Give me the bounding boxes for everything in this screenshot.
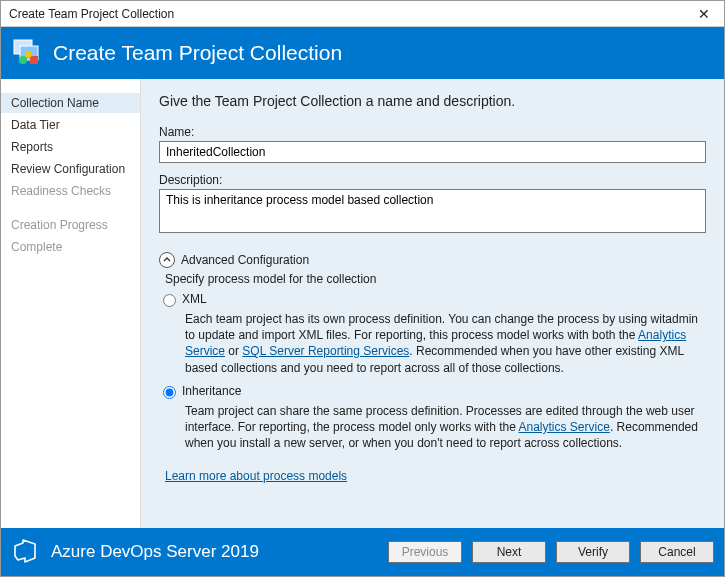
wizard-sidebar: Collection Name Data Tier Reports Review… bbox=[1, 79, 141, 528]
sidebar-item-reports[interactable]: Reports bbox=[1, 137, 140, 157]
close-icon[interactable]: ✕ bbox=[692, 6, 716, 22]
description-label: Description: bbox=[159, 173, 706, 187]
sidebar-item-data-tier[interactable]: Data Tier bbox=[1, 115, 140, 135]
verify-button[interactable]: Verify bbox=[556, 541, 630, 563]
name-label: Name: bbox=[159, 125, 706, 139]
wizard-body: Collection Name Data Tier Reports Review… bbox=[1, 79, 724, 528]
radio-inheritance-description: Team project can share the same process … bbox=[185, 403, 706, 452]
process-model-radio-group: XML Each team project has its own proces… bbox=[159, 292, 706, 451]
footer-brand-text: Azure DevOps Server 2019 bbox=[51, 542, 259, 562]
radio-xml[interactable]: XML bbox=[163, 292, 706, 307]
specify-label: Specify process model for the collection bbox=[165, 272, 706, 286]
previous-button[interactable]: Previous bbox=[388, 541, 462, 563]
radio-inheritance-input[interactable] bbox=[163, 386, 176, 399]
next-button[interactable]: Next bbox=[472, 541, 546, 563]
svg-rect-4 bbox=[26, 52, 31, 57]
advanced-configuration-toggle[interactable]: Advanced Configuration bbox=[159, 252, 706, 268]
sidebar-item-review-configuration[interactable]: Review Configuration bbox=[1, 159, 140, 179]
wizard-title: Create Team Project Collection bbox=[53, 41, 342, 65]
window-title: Create Team Project Collection bbox=[9, 7, 174, 21]
sidebar-item-creation-progress: Creation Progress bbox=[1, 215, 140, 235]
sidebar-separator bbox=[1, 203, 140, 215]
sidebar-item-complete: Complete bbox=[1, 237, 140, 257]
collection-icon bbox=[13, 39, 43, 67]
svg-point-2 bbox=[19, 56, 27, 64]
name-input[interactable] bbox=[159, 141, 706, 163]
advanced-configuration-label: Advanced Configuration bbox=[181, 253, 309, 267]
link-analytics-service-2[interactable]: Analytics Service bbox=[519, 420, 610, 434]
sidebar-item-collection-name[interactable]: Collection Name bbox=[1, 93, 140, 113]
radio-inheritance-label: Inheritance bbox=[182, 384, 241, 398]
wizard-main-panel: Give the Team Project Collection a name … bbox=[141, 79, 724, 528]
link-learn-more[interactable]: Learn more about process models bbox=[165, 469, 347, 483]
radio-xml-input[interactable] bbox=[163, 294, 176, 307]
radio-xml-label: XML bbox=[182, 292, 207, 306]
svg-rect-3 bbox=[30, 56, 38, 64]
footer-brand: Azure DevOps Server 2019 bbox=[11, 536, 378, 569]
radio-xml-description: Each team project has its own process de… bbox=[185, 311, 706, 376]
chevron-up-icon bbox=[159, 252, 175, 268]
sidebar-item-readiness-checks: Readiness Checks bbox=[1, 181, 140, 201]
radio-inheritance[interactable]: Inheritance bbox=[163, 384, 706, 399]
description-input[interactable]: This is inheritance process model based … bbox=[159, 189, 706, 233]
link-ssrs[interactable]: SQL Server Reporting Services bbox=[242, 344, 409, 358]
cancel-button[interactable]: Cancel bbox=[640, 541, 714, 563]
wizard-footer: Azure DevOps Server 2019 Previous Next V… bbox=[1, 528, 724, 576]
azure-devops-icon bbox=[11, 536, 41, 569]
window-titlebar: Create Team Project Collection ✕ bbox=[1, 1, 724, 27]
page-heading: Give the Team Project Collection a name … bbox=[159, 93, 706, 109]
wizard-header: Create Team Project Collection bbox=[1, 27, 724, 79]
